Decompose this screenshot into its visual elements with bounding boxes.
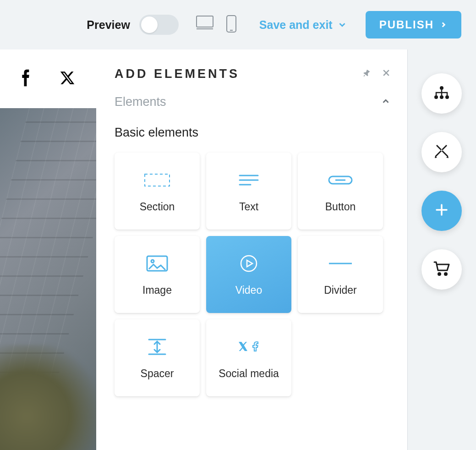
elements-grid: Section Text Button xyxy=(115,153,391,396)
subsection-title: Basic elements xyxy=(115,126,391,140)
element-card-button[interactable]: Button xyxy=(298,153,383,230)
right-rail xyxy=(421,73,462,290)
publish-label: PUBLISH xyxy=(379,18,434,31)
card-label: Section xyxy=(140,201,175,213)
svg-point-20 xyxy=(440,86,443,90)
save-exit-label: Save and exit xyxy=(259,18,333,32)
svg-point-26 xyxy=(438,273,441,275)
chevron-right-icon xyxy=(439,21,448,29)
add-elements-panel: ADD ELEMENTS Elements Basic elements xyxy=(96,49,408,450)
preview-label: Preview xyxy=(87,18,130,32)
svg-point-21 xyxy=(434,95,438,99)
svg-rect-0 xyxy=(197,16,213,27)
element-card-text[interactable]: Text xyxy=(206,153,291,230)
svg-marker-15 xyxy=(247,260,252,267)
card-label: Video xyxy=(235,284,262,296)
card-label: Text xyxy=(239,201,258,213)
image-icon xyxy=(146,253,168,274)
card-label: Social media xyxy=(219,368,279,380)
element-card-social-media[interactable]: Social media xyxy=(206,319,291,396)
cart-icon xyxy=(433,261,450,278)
panel-title: ADD ELEMENTS xyxy=(115,67,240,81)
svg-point-13 xyxy=(151,260,154,263)
card-label: Image xyxy=(142,284,172,296)
divider-icon xyxy=(328,253,353,274)
video-icon xyxy=(240,253,258,274)
svg-point-22 xyxy=(440,95,443,99)
device-switcher xyxy=(195,15,237,35)
design-button[interactable] xyxy=(421,132,462,172)
social-icon xyxy=(238,336,260,357)
canvas-preview xyxy=(0,108,96,450)
section-icon xyxy=(144,170,170,191)
chevron-up-icon xyxy=(381,96,391,108)
element-card-spacer[interactable]: Spacer xyxy=(115,319,200,396)
save-and-exit-button[interactable]: Save and exit xyxy=(259,18,347,32)
toggle-knob xyxy=(141,16,158,33)
button-icon xyxy=(328,170,353,191)
social-header xyxy=(0,49,96,108)
section-label: Elements xyxy=(115,95,166,109)
chevron-down-icon xyxy=(337,20,347,30)
pin-icon[interactable] xyxy=(361,68,372,80)
sitemap-icon xyxy=(433,85,450,102)
plus-icon xyxy=(435,203,449,219)
panel-header: ADD ELEMENTS xyxy=(115,67,391,81)
preview-toggle[interactable] xyxy=(139,15,179,35)
sitemap-button[interactable] xyxy=(421,73,462,114)
card-label: Spacer xyxy=(141,368,174,380)
x-icon[interactable] xyxy=(59,70,76,88)
spacer-icon xyxy=(147,336,167,357)
svg-point-14 xyxy=(241,256,257,271)
element-card-image[interactable]: Image xyxy=(115,236,200,313)
pen-cross-icon xyxy=(433,143,450,161)
card-label: Button xyxy=(325,201,356,213)
element-card-video[interactable]: Video xyxy=(206,236,291,313)
card-label: Divider xyxy=(324,284,357,296)
elements-section-toggle[interactable]: Elements xyxy=(115,95,391,109)
svg-point-27 xyxy=(445,273,447,275)
element-card-section[interactable]: Section xyxy=(115,153,200,230)
facebook-icon[interactable] xyxy=(20,69,30,89)
svg-point-23 xyxy=(445,95,449,99)
desktop-icon[interactable] xyxy=(195,15,214,35)
cart-button[interactable] xyxy=(421,249,462,290)
element-card-divider[interactable]: Divider xyxy=(298,236,383,313)
add-button[interactable] xyxy=(421,191,462,231)
svg-rect-6 xyxy=(145,174,170,186)
mobile-icon[interactable] xyxy=(225,15,237,35)
publish-button[interactable]: PUBLISH xyxy=(366,11,461,38)
top-toolbar: Preview Save and exit PUBLISH xyxy=(0,0,476,49)
text-icon xyxy=(239,170,259,191)
svg-rect-2 xyxy=(227,16,236,32)
close-icon[interactable] xyxy=(382,68,391,80)
